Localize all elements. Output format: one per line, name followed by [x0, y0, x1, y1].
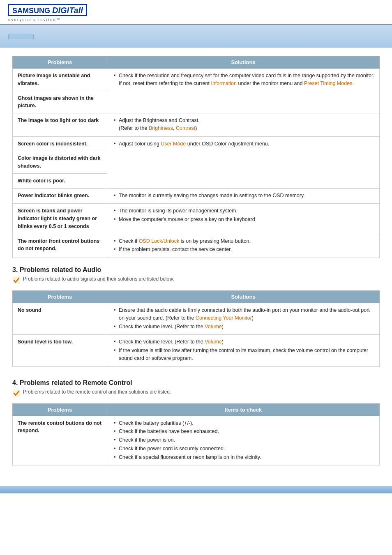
table-row: Sound level is too low. Check the volume…: [13, 335, 380, 366]
solution-cell: Check if the resolution and frequency se…: [107, 69, 380, 113]
problem-cell: Picture image is unstable and vibrates.: [13, 69, 107, 91]
remote-section-heading: 4. Problems related to Remote Control: [12, 379, 380, 387]
solution-cell: Check the battery polarities (+/-). Chec…: [107, 416, 380, 465]
solution-cell: Check if OSD Lock/Unlock is on by pressi…: [107, 234, 380, 258]
brand-subtitle: everyone's Invited™: [8, 18, 87, 22]
problem-cell: The monitor front control buttons do not…: [13, 234, 107, 258]
user-mode-link[interactable]: User Mode: [161, 141, 186, 147]
problem-cell: No sound: [13, 303, 107, 335]
table-row: Screen is blank and power indicator ligh…: [13, 204, 380, 234]
problem-cell: Ghost images are shown in the picture.: [13, 91, 107, 113]
note-icon: [12, 276, 21, 286]
banner-tab: [8, 34, 34, 39]
audio-note-text: Problems related to audio signals and th…: [23, 276, 174, 282]
logo-border: SAMSUNG DIGITall: [8, 4, 87, 16]
contrast-link[interactable]: Contrast: [176, 125, 195, 131]
table-row: The image is too light or too dark Adjus…: [13, 113, 380, 137]
solution-cell: Adjust the Brightness and Contrast.(Refe…: [107, 113, 380, 137]
blue-banner: [0, 25, 392, 48]
logo: SAMSUNG DIGITall everyone's Invited™: [8, 4, 87, 22]
brand-name: SAMSUNG DIGITall: [12, 7, 83, 15]
table-row: No sound Ensure that the audio cable is …: [13, 303, 380, 335]
volume-link-1[interactable]: Volume: [205, 324, 222, 329]
solution-cell: The monitor is using its power managemen…: [107, 204, 380, 234]
display-problems-table: Problems Solutions Picture image is unst…: [12, 56, 380, 258]
problem-cell: White color is poor.: [13, 173, 107, 188]
table-row: Screen color is inconsistent. Adjust col…: [13, 136, 380, 151]
solution-cell: Ensure that the audio cable is firmly co…: [107, 303, 380, 335]
problem-cell: Power Indicator blinks green.: [13, 188, 107, 204]
problem-cell: The remote control buttons do not respon…: [13, 416, 107, 465]
remote-problems-col-header: Problems: [13, 403, 107, 416]
connecting-monitor-link[interactable]: Connecting Your Monitor: [196, 315, 252, 321]
solution-cell: The monitor is currently saving the chan…: [107, 188, 380, 204]
header: SAMSUNG DIGITall everyone's Invited™: [0, 0, 392, 25]
audio-section-heading: 3. Problems related to Audio: [12, 266, 380, 274]
remote-section-wrapper: 4. Problems related to Remote Control Pr…: [12, 379, 380, 466]
audio-problems-col-header: Problems: [13, 291, 107, 303]
table-row: Power Indicator blinks green. The monito…: [13, 188, 380, 204]
audio-problems-table: Problems Solutions No sound Ensure that …: [12, 290, 380, 367]
display-problems-col-header: Problems: [13, 56, 107, 69]
display-solutions-col-header: Solutions: [107, 56, 380, 69]
problem-cell: Sound level is too low.: [13, 335, 107, 366]
remote-problems-table: Problems Items to check The remote contr…: [12, 403, 380, 466]
table-row: The remote control buttons do not respon…: [13, 416, 380, 465]
preset-timing-link[interactable]: Preset Timing Modes: [304, 81, 352, 86]
remote-note-row: Problems related to the remote control a…: [12, 389, 380, 398]
table-row: The monitor front control buttons do not…: [13, 234, 380, 258]
table-row: Picture image is unstable and vibrates. …: [13, 69, 380, 91]
note-icon-remote: [12, 389, 21, 398]
audio-solutions-col-header: Solutions: [107, 291, 380, 303]
solution-cell: Adjust color using User Mode under OSD C…: [107, 136, 380, 188]
remote-items-col-header: Items to check: [107, 403, 380, 416]
problem-cell: Screen is blank and power indicator ligh…: [13, 204, 107, 234]
solution-cell: Check the volume level. (Refer to the Vo…: [107, 335, 380, 366]
brightness-link[interactable]: Brightness: [149, 125, 173, 131]
main-content: Problems Solutions Picture image is unst…: [0, 48, 392, 482]
osd-lock-link[interactable]: OSD Lock/Unlock: [139, 238, 180, 244]
problem-cell: Color image is distorted with dark shado…: [13, 151, 107, 174]
audio-note-row: Problems related to audio signals and th…: [12, 276, 380, 286]
footer-bar: [0, 486, 392, 493]
information-link[interactable]: Information: [211, 81, 237, 86]
remote-note-text: Problems related to the remote control a…: [23, 389, 171, 395]
problem-cell: The image is too light or too dark: [13, 113, 107, 137]
problem-cell: Screen color is inconsistent.: [13, 136, 107, 151]
volume-link-2[interactable]: Volume: [205, 339, 222, 345]
